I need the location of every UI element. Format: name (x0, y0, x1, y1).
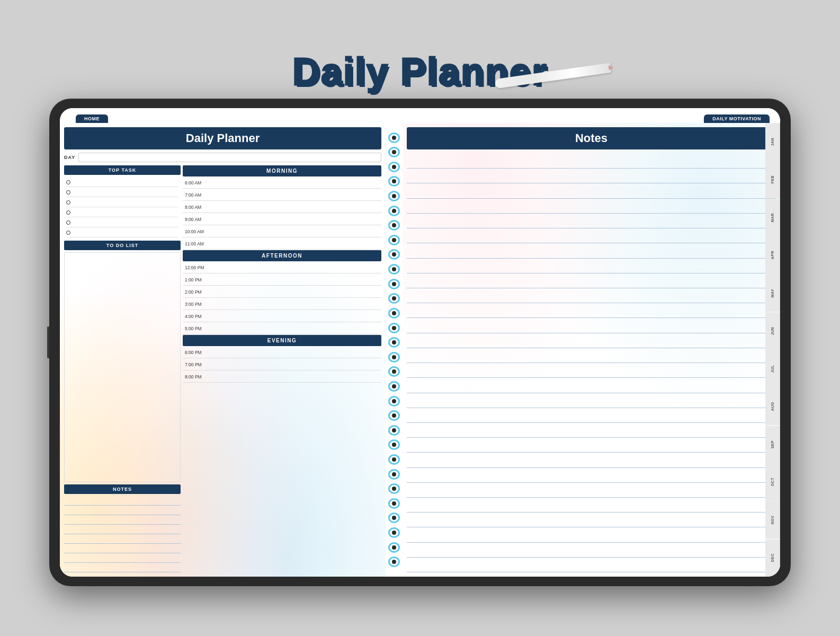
month-tab-jul[interactable]: JUL (765, 350, 780, 387)
time-slot-300pm[interactable]: 3:00 PM (183, 298, 381, 310)
spiral-loop (388, 308, 400, 319)
time-slot-700am[interactable]: 7:00 AM (183, 189, 381, 201)
spiral-loop (388, 396, 400, 407)
home-tab[interactable]: HOME (76, 114, 108, 123)
note-line[interactable] (407, 348, 776, 363)
task-bullet (66, 180, 70, 184)
task-item (66, 188, 178, 197)
note-line[interactable] (407, 363, 776, 378)
main-page-title: Daily Planner (292, 50, 548, 93)
time-slot-400pm[interactable]: 4:00 PM (183, 311, 381, 322)
note-line[interactable] (407, 558, 776, 572)
day-label: DAY (64, 155, 75, 160)
month-tab-jan[interactable]: JAN (765, 123, 780, 161)
todo-header: TO DO LIST (64, 241, 181, 250)
note-line[interactable] (407, 288, 776, 303)
time-label: 5:00 PM (185, 326, 212, 331)
notes-line (64, 544, 181, 553)
note-line[interactable] (407, 154, 776, 169)
month-tab-sep[interactable]: SEP (765, 426, 780, 463)
schedule-col: MORNING 6:00 AM 7:00 AM 8:00 AM (183, 165, 381, 572)
note-line[interactable] (407, 513, 776, 527)
task-bullet (66, 210, 70, 215)
note-line[interactable] (407, 214, 776, 228)
spiral-loop (388, 469, 400, 480)
top-task-header: TOP TASK (64, 165, 181, 175)
spiral-loop (388, 176, 400, 187)
time-slot-100pm[interactable]: 1:00 PM (183, 274, 381, 286)
note-line[interactable] (407, 169, 776, 183)
month-tab-feb[interactable]: FEB (765, 161, 780, 198)
time-label: 6:00 PM (185, 350, 212, 355)
day-input[interactable] (78, 153, 381, 162)
month-tab-jun[interactable]: JUN (765, 312, 780, 350)
note-line[interactable] (407, 468, 776, 483)
right-panel: Notes (403, 123, 780, 577)
time-slot-600pm[interactable]: 6:00 PM (183, 347, 381, 358)
time-label: 7:00 AM (185, 192, 212, 198)
left-panel: Daily Planner DAY TOP TASK (60, 123, 386, 577)
motivation-tab[interactable]: DAILY MOTIVATION (704, 114, 770, 123)
spiral-binding (386, 123, 403, 577)
notes-content (407, 154, 776, 572)
month-tab-may[interactable]: MAY (765, 274, 780, 312)
task-item (66, 218, 178, 227)
time-slot-200pm[interactable]: 2:00 PM (183, 286, 381, 298)
ipad-side-button (47, 326, 49, 358)
note-line[interactable] (407, 483, 776, 498)
note-line[interactable] (407, 243, 776, 258)
task-item (66, 198, 178, 207)
note-line[interactable] (407, 393, 776, 408)
spiral-loop (388, 513, 400, 523)
time-label: 8:00 AM (185, 205, 212, 210)
note-line[interactable] (407, 498, 776, 513)
note-line[interactable] (407, 318, 776, 333)
notes-title: Notes (407, 127, 776, 149)
spiral-loop (388, 162, 400, 172)
spiral-loop (388, 249, 400, 260)
task-item (66, 178, 178, 187)
time-slot-900am[interactable]: 9:00 AM (183, 214, 381, 225)
note-line[interactable] (407, 453, 776, 467)
note-line[interactable] (407, 183, 776, 198)
evening-header: EVENING (183, 335, 381, 346)
time-slot-1100am[interactable]: 11:00 AM (183, 238, 381, 250)
month-tab-mar[interactable]: MAR (765, 199, 780, 236)
spiral-loop (388, 206, 400, 216)
task-bullet (66, 190, 70, 195)
month-tab-oct[interactable]: OCT (765, 463, 780, 501)
left-col: TOP TASK (64, 165, 181, 572)
todo-box[interactable] (64, 252, 181, 482)
note-line[interactable] (407, 259, 776, 273)
note-line[interactable] (407, 303, 776, 318)
note-line[interactable] (407, 423, 776, 438)
notes-section-header: NOTES (64, 484, 181, 494)
time-slot-1200pm[interactable]: 12:00 PM (183, 262, 381, 273)
month-tab-aug[interactable]: AUG (765, 387, 780, 425)
month-tab-dec[interactable]: DEC (765, 539, 780, 577)
content-area: Daily Planner DAY TOP TASK (60, 123, 780, 577)
note-line[interactable] (407, 527, 776, 542)
note-line[interactable] (407, 228, 776, 243)
spiral-loop (388, 352, 400, 363)
note-line[interactable] (407, 438, 776, 453)
time-slot-1000am[interactable]: 10:00 AM (183, 226, 381, 237)
note-line[interactable] (407, 273, 776, 288)
month-tab-apr[interactable]: APR (765, 236, 780, 274)
time-slot-500pm[interactable]: 5:00 PM (183, 323, 381, 334)
month-tab-nov[interactable]: NOV (765, 501, 780, 538)
note-line[interactable] (407, 543, 776, 558)
time-slot-800pm[interactable]: 8:00 PM (183, 371, 381, 383)
note-line[interactable] (407, 408, 776, 423)
time-slot-600am[interactable]: 6:00 AM (183, 177, 381, 189)
note-line[interactable] (407, 378, 776, 393)
month-tabs: JAN FEB MAR APR MAY JUN JUL AUG SEP OCT … (765, 123, 780, 577)
time-slot-800am[interactable]: 8:00 AM (183, 201, 381, 213)
task-item (66, 208, 178, 217)
note-line[interactable] (407, 333, 776, 348)
planner-title: Daily Planner (64, 127, 381, 149)
notes-line (64, 525, 181, 534)
time-slot-700pm[interactable]: 7:00 PM (183, 359, 381, 370)
time-label: 4:00 PM (185, 314, 212, 319)
note-line[interactable] (407, 199, 776, 214)
